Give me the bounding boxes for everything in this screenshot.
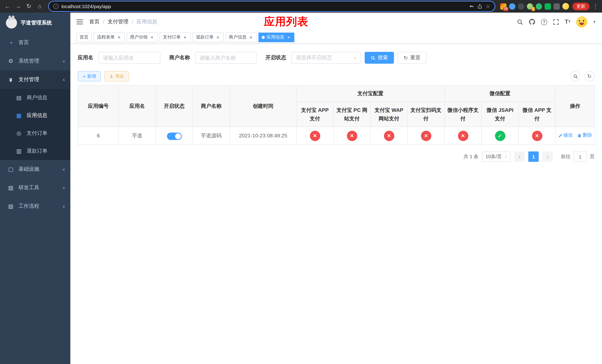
sidebar-item-infrastructure[interactable]: ▢ 基础设施 ∨ [0, 160, 70, 179]
devtools-icon: ▧ [7, 184, 14, 191]
add-button[interactable]: + 新增 [78, 71, 101, 81]
sidebar-item-merchant-info[interactable]: ▤ 商户信息 [0, 89, 70, 107]
extensions-area: 10 1 [500, 3, 569, 10]
forward-icon[interactable]: → [14, 3, 22, 9]
tab-home[interactable]: 首页 [76, 32, 92, 42]
column-header-alipay-scan: 支付宝扫码支付 [408, 102, 444, 127]
header-search-icon[interactable] [517, 19, 523, 25]
extension-icon-dark[interactable] [518, 3, 524, 10]
app-shell: 芋道管理系统 ◔ 首页 ⚙ 系统管理 ∨ ¥ 支付管理 ∧ ▤ 商户信息 [0, 13, 602, 364]
github-icon[interactable] [529, 19, 535, 25]
column-header-alipay-wap: 支付宝 WAP 网站支付 [370, 102, 408, 127]
wechat-mini-disabled-icon [458, 130, 468, 141]
alipay-app-disabled-icon [310, 130, 320, 141]
close-icon[interactable] [183, 35, 187, 40]
app-name-input[interactable] [98, 52, 160, 64]
sidebar-item-payment[interactable]: ¥ 支付管理 ∧ [0, 70, 70, 89]
browser-menu-icon[interactable]: ⋮ [593, 3, 598, 10]
tab-app-info[interactable]: 应用信息 [258, 32, 294, 42]
payment-submenu: ▤ 商户信息 ▦ 应用信息 ◎ 支付订单 ▥ 退款订单 [0, 89, 70, 160]
group-header-wechat: 微信配置 [444, 85, 556, 102]
breadcrumb-home[interactable]: 首页 [89, 19, 100, 25]
delete-button[interactable]: 删除 [577, 131, 592, 139]
chevron-up-icon: ∧ [62, 78, 65, 81]
table-tools: ↻ [570, 71, 595, 81]
column-header-app-name: 应用名 [119, 85, 156, 127]
status-select[interactable]: 请选择开启状态 [291, 52, 361, 64]
bookmark-star-icon[interactable]: ☆ [485, 3, 490, 9]
sidebar-item-workflow[interactable]: ▨ 工作流程 ∨ [0, 197, 70, 215]
search-button[interactable]: 搜索 [365, 52, 394, 64]
avatar-caret-icon[interactable]: ▼ [593, 20, 596, 24]
alipay-wap-disabled-icon [384, 130, 394, 141]
column-header-wechat-app: 微信 APP 支付 [518, 102, 556, 127]
help-icon[interactable]: ? [541, 19, 547, 25]
close-icon[interactable] [248, 35, 253, 40]
extension-icon-leaf[interactable]: 1 [527, 3, 533, 10]
column-header-wechat-jsapi: 微信 JSAPI 支付 [482, 102, 518, 127]
prev-page-button[interactable] [514, 151, 525, 162]
collapse-sidebar-icon[interactable] [76, 19, 83, 25]
extension-icon-green-square[interactable] [545, 3, 551, 10]
status-toggle[interactable] [167, 132, 182, 140]
password-key-icon[interactable] [469, 4, 474, 9]
goto-page: 前往 页 [561, 151, 595, 162]
reset-button[interactable]: ↻ 重置 [398, 52, 426, 64]
extension-icon-drop[interactable] [509, 3, 515, 10]
sidebar-item-home[interactable]: ◔ 首页 [0, 33, 70, 52]
share-icon[interactable] [477, 4, 483, 9]
app-table: 应用编号 应用名 开启状态 商户名称 创建时间 支付宝配置 微信配置 操作 支付… [78, 85, 595, 145]
close-icon[interactable] [215, 35, 220, 40]
site-info-icon[interactable]: i [53, 4, 58, 9]
font-size-icon[interactable]: TT [565, 19, 570, 25]
column-header-merchant: 商户名称 [193, 85, 230, 127]
reload-icon[interactable]: ↻ [25, 3, 32, 9]
toggle-search-button[interactable] [570, 71, 580, 81]
close-icon[interactable] [150, 35, 154, 40]
tab-payment-orders[interactable]: 支付订单 [160, 32, 191, 42]
extension-icon-green-check[interactable] [536, 3, 542, 10]
edit-button[interactable]: 修改 [558, 131, 573, 139]
column-header-app-id: 应用编号 [78, 85, 119, 127]
breadcrumb-payment[interactable]: 支付管理 [108, 19, 129, 25]
chrome-update-button[interactable]: 更新 [572, 2, 589, 10]
page-size-select[interactable]: 10条/页 [482, 151, 511, 162]
next-page-button[interactable] [542, 151, 553, 162]
user-avatar[interactable] [576, 16, 587, 27]
sidebar-item-payment-orders[interactable]: ◎ 支付订单 [0, 124, 70, 142]
page-1-button[interactable]: 1 [528, 151, 539, 162]
sidebar-item-refund-orders[interactable]: ▥ 退款订单 [0, 142, 70, 160]
fullscreen-icon[interactable] [553, 19, 559, 25]
refresh-icon: ↻ [587, 74, 591, 79]
refresh-table-button[interactable]: ↻ [584, 71, 595, 81]
chevron-down-icon [354, 56, 356, 60]
sidebar-item-system[interactable]: ⚙ 系统管理 ∨ [0, 52, 70, 70]
merchant-name-input[interactable] [195, 52, 257, 64]
column-header-alipay-pc: 支付宝 PC 网站支付 [333, 102, 370, 127]
extension-icon-grid[interactable]: 10 [500, 3, 506, 10]
goto-page-input[interactable] [573, 151, 587, 162]
close-icon[interactable] [117, 35, 121, 40]
chevron-down-icon: ∨ [62, 204, 65, 208]
home-icon[interactable]: ⌂ [36, 3, 43, 9]
tab-refund-orders[interactable]: 退款订单 [193, 32, 224, 42]
chevron-down-icon: ∨ [62, 59, 65, 63]
profile-avatar[interactable] [562, 3, 569, 10]
sidebar-item-devtools[interactable]: ▧ 研发工具 ∨ [0, 179, 70, 197]
table-header: 应用编号 应用名 开启状态 商户名称 创建时间 支付宝配置 微信配置 操作 支付… [78, 85, 595, 127]
column-header-created: 创建时间 [230, 85, 296, 127]
sidebar: 芋道管理系统 ◔ 首页 ⚙ 系统管理 ∨ ¥ 支付管理 ∧ ▤ 商户信息 [0, 13, 70, 364]
export-button[interactable]: 导出 [104, 71, 129, 81]
address-bar[interactable]: i localhost:1024/pay/app ☆ [49, 1, 495, 11]
close-icon[interactable] [286, 35, 291, 40]
breadcrumb-current: 应用信息 [137, 19, 157, 25]
active-tab-dot [262, 36, 265, 39]
sidebar-item-app-info[interactable]: ▦ 应用信息 [0, 107, 70, 124]
tab-user-group[interactable]: 用户分组 [127, 32, 158, 42]
back-icon[interactable]: ← [4, 3, 11, 9]
extensions-puzzle-icon[interactable] [553, 3, 560, 10]
url-text[interactable]: localhost:1024/pay/app [62, 3, 111, 9]
grid-icon: ▦ [16, 112, 22, 119]
tab-process-form[interactable]: 流程表单 [94, 32, 125, 42]
tab-merchant-info[interactable]: 商户信息 [226, 32, 257, 42]
